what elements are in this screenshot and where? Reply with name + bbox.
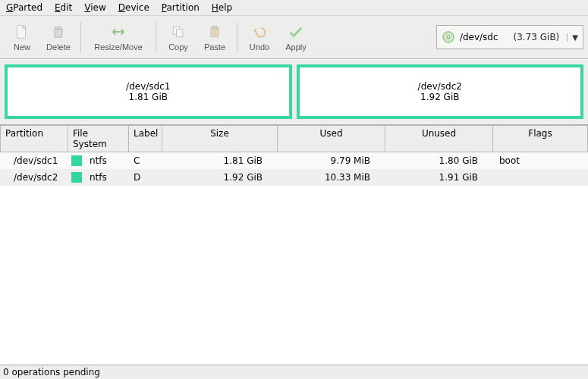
undo-label: Undo <box>250 42 269 52</box>
separator <box>156 22 156 52</box>
partition-name: /dev/sdc1 <box>126 81 170 92</box>
toolbar: New Delete Resize/Move Copy Paste Undo A… <box>0 16 588 59</box>
partition-box-sdc1[interactable]: /dev/sdc1 1.81 GiB <box>5 64 292 119</box>
menu-gparted[interactable]: GParted <box>6 2 42 13</box>
cell-unused: 1.91 GiB <box>385 171 493 184</box>
partition-size: 1.92 GiB <box>420 92 459 102</box>
apply-button[interactable]: Apply <box>278 19 313 55</box>
menu-view[interactable]: View <box>84 2 105 13</box>
paste-button[interactable]: Paste <box>197 19 232 55</box>
status-bar: 0 operations pending <box>0 365 588 379</box>
apply-icon <box>287 23 305 41</box>
col-unused[interactable]: Unused <box>385 125 493 152</box>
cell-used: 10.33 MiB <box>278 171 385 184</box>
cell-label: C <box>129 154 162 168</box>
device-path: /dev/sdc <box>460 32 498 42</box>
copy-label: Copy <box>168 42 188 52</box>
menu-partition[interactable]: Partition <box>162 2 200 13</box>
table-row[interactable]: /dev/sdc1ntfsC1.81 GiB9.79 MiB1.80 GiBbo… <box>0 152 588 169</box>
cell-flags: boot <box>493 154 588 168</box>
disk-map: /dev/sdc1 1.81 GiB /dev/sdc2 1.92 GiB <box>0 59 588 124</box>
separator <box>80 22 81 52</box>
col-size[interactable]: Size <box>162 125 278 152</box>
new-label: New <box>14 42 30 52</box>
resize-button[interactable]: Resize/Move <box>86 19 151 55</box>
cell-used: 9.79 MiB <box>278 154 385 168</box>
partition-name: /dev/sdc2 <box>418 81 462 92</box>
separator <box>237 22 237 52</box>
cell-filesystem: ntfs <box>68 171 129 184</box>
device-size: (3.73 GiB) <box>514 32 560 42</box>
col-partition[interactable]: Partition <box>0 125 68 152</box>
delete-icon <box>49 23 68 41</box>
delete-label: Delete <box>46 42 71 52</box>
undo-icon <box>250 23 269 41</box>
menu-help[interactable]: Help <box>212 2 232 13</box>
svg-rect-3 <box>177 30 183 37</box>
paste-label: Paste <box>204 42 225 52</box>
cell-size: 1.81 GiB <box>162 154 278 168</box>
cell-unused: 1.80 GiB <box>385 154 493 168</box>
col-label[interactable]: Label <box>129 125 162 152</box>
svg-point-7 <box>447 36 450 39</box>
cell-size: 1.92 GiB <box>162 171 278 184</box>
menu-device[interactable]: Device <box>118 2 149 13</box>
table-header: Partition File System Label Size Used Un… <box>0 125 588 152</box>
device-selector[interactable]: /dev/sdc (3.73 GiB) ▼ <box>436 25 583 49</box>
status-text: 0 operations pending <box>3 367 100 377</box>
chevron-down-icon: ▼ <box>567 33 578 42</box>
cell-partition: /dev/sdc2 <box>0 171 68 184</box>
partition-size: 1.81 GiB <box>129 92 168 102</box>
copy-button[interactable]: Copy <box>161 19 196 55</box>
paste-icon <box>206 23 224 41</box>
fs-color-icon <box>71 172 82 183</box>
cell-flags <box>493 176 588 179</box>
delete-button[interactable]: Delete <box>41 19 76 55</box>
new-button[interactable]: New <box>5 19 39 55</box>
col-used[interactable]: Used <box>278 125 385 152</box>
cell-filesystem: ntfs <box>68 154 129 168</box>
menubar: GParted Edit View Device Partition Help <box>0 0 588 16</box>
resize-label: Resize/Move <box>94 42 143 52</box>
partition-table: Partition File System Label Size Used Un… <box>0 124 588 365</box>
partition-box-sdc2[interactable]: /dev/sdc2 1.92 GiB <box>297 64 584 119</box>
col-flags[interactable]: Flags <box>493 125 588 152</box>
copy-icon <box>169 23 187 41</box>
svg-rect-1 <box>55 27 61 30</box>
menu-edit[interactable]: Edit <box>55 2 72 13</box>
cell-label: D <box>129 171 162 184</box>
fs-color-icon <box>71 155 82 166</box>
svg-rect-5 <box>213 27 217 29</box>
col-filesystem[interactable]: File System <box>68 125 129 152</box>
undo-button[interactable]: Undo <box>242 19 277 55</box>
cell-partition: /dev/sdc1 <box>0 154 68 168</box>
new-icon <box>13 23 31 41</box>
disk-icon <box>442 30 455 44</box>
apply-label: Apply <box>285 42 307 52</box>
table-row[interactable]: /dev/sdc2ntfsD1.92 GiB10.33 MiB1.91 GiB <box>0 169 588 186</box>
resize-icon <box>109 23 127 41</box>
